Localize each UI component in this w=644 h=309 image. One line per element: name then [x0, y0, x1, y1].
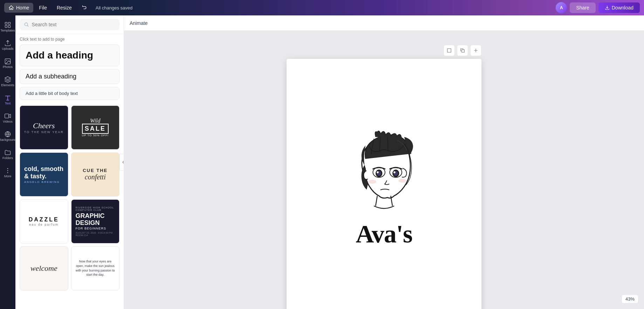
- undo-button[interactable]: [77, 3, 91, 13]
- sidebar-item-text[interactable]: Text: [1, 91, 15, 108]
- template-eyes[interactable]: Now that your eyes are open, make the su…: [71, 246, 120, 290]
- sidebar-label-photos: Photos: [3, 66, 13, 69]
- sidebar-item-elements[interactable]: Elements: [1, 73, 15, 90]
- svg-rect-12: [447, 49, 451, 53]
- confetti-subtitle: confetti: [85, 173, 106, 181]
- file-button[interactable]: File: [35, 3, 51, 13]
- template-confetti[interactable]: CUE THE confetti: [71, 152, 120, 197]
- animate-bar: Animate: [124, 15, 644, 31]
- sidebar-item-uploads[interactable]: Uploads: [1, 36, 15, 53]
- folder-icon: [4, 149, 11, 156]
- template-wild-sale[interactable]: Wild SALE UP TO 50% OFF!: [71, 105, 120, 150]
- resize-button[interactable]: Resize: [53, 3, 76, 13]
- sidebar-item-more[interactable]: More: [1, 164, 15, 181]
- cheers-subtitle: TO THE NEW YEAR: [24, 130, 64, 134]
- svg-point-17: [377, 171, 379, 173]
- search-input[interactable]: [32, 22, 115, 27]
- duplicate-button[interactable]: [457, 45, 468, 56]
- sidebar-item-templates[interactable]: Templates: [1, 18, 15, 35]
- elements-icon: [4, 76, 11, 83]
- graphic-topline: RIVERSIDE HIGH SCHOOL COMPUTER CLUB: [76, 206, 115, 211]
- icon-sidebar: Templates Uploads Photos Elements Text V…: [0, 15, 15, 309]
- svg-point-5: [6, 60, 7, 61]
- frame-button[interactable]: [444, 45, 455, 56]
- dazzle-title: DAZZLE: [29, 217, 59, 223]
- zoom-badge: 43%: [622, 295, 638, 303]
- svg-point-21: [393, 171, 396, 173]
- svg-rect-3: [8, 25, 11, 27]
- copy-icon: [460, 48, 465, 53]
- cold-subtitle: ANGELO BREWING: [24, 180, 60, 184]
- sidebar-label-background: Background: [0, 138, 16, 142]
- panel-toggle-button[interactable]: [119, 154, 124, 171]
- cold-title: cold, smooth & tasty.: [24, 165, 64, 180]
- svg-rect-13: [462, 50, 465, 53]
- share-label: Share: [576, 5, 589, 11]
- topnav-left: Home File Resize All changes saved: [4, 3, 554, 13]
- sidebar-label-videos: Videos: [3, 120, 12, 123]
- search-box: [15, 15, 124, 34]
- canvas-title[interactable]: Ava's: [356, 220, 412, 249]
- sidebar-label-more: More: [4, 175, 12, 178]
- home-button[interactable]: Home: [4, 3, 33, 13]
- canvas-image-area: [301, 129, 467, 213]
- canvas-area[interactable]: Animate: [124, 15, 644, 309]
- graphic-subtitle: FOR BEGINNERS: [76, 227, 107, 230]
- sidebar-label-text: Text: [5, 102, 11, 105]
- sidebar-item-folders[interactable]: Folders: [1, 146, 15, 163]
- wild-title: Wild: [90, 118, 100, 124]
- share-button[interactable]: Share: [570, 2, 595, 13]
- text-icon: [4, 94, 11, 101]
- svg-point-8: [7, 168, 8, 169]
- sidebar-label-folders: Folders: [2, 157, 13, 160]
- svg-rect-1: [8, 22, 11, 24]
- add-body-button[interactable]: Add a little bit of body text: [20, 87, 119, 100]
- animate-label: Animate: [130, 20, 148, 26]
- add-page-icon-button[interactable]: [470, 45, 481, 56]
- avatar-button[interactable]: A: [556, 2, 567, 13]
- wild-subtitle: UP TO 50% OFF!: [82, 134, 109, 137]
- welcome-title: welcome: [30, 264, 57, 273]
- more-icon: [4, 167, 11, 174]
- svg-rect-0: [5, 22, 7, 24]
- add-subheading-button[interactable]: Add a subheading: [20, 69, 119, 84]
- svg-point-22: [368, 179, 376, 184]
- download-icon: [605, 5, 610, 10]
- svg-rect-6: [5, 114, 9, 118]
- canvas-wrapper: Ava's + Add a new page: [287, 45, 481, 309]
- download-button[interactable]: Download: [598, 2, 640, 13]
- template-cold-smooth[interactable]: cold, smooth & tasty. ANGELO BREWING: [20, 152, 68, 197]
- sidebar-item-videos[interactable]: Videos: [1, 109, 15, 126]
- avatar-initials: A: [560, 5, 563, 10]
- confetti-title: CUE THE: [83, 168, 108, 173]
- topnav-right: A Share Download: [556, 2, 640, 13]
- dazzle-subtitle: eau de parfum: [29, 223, 59, 226]
- search-input-wrap[interactable]: [20, 19, 119, 30]
- add-heading-button[interactable]: Add a heading: [20, 44, 119, 66]
- template-dazzle[interactable]: DAZZLE eau de parfum: [20, 199, 68, 243]
- photo-icon: [4, 58, 11, 65]
- sidebar-item-photos[interactable]: Photos: [1, 55, 15, 71]
- main-area: Templates Uploads Photos Elements Text V…: [0, 15, 644, 309]
- grid-icon: [4, 21, 11, 28]
- graphic-title: GRAPHICDESIGN: [76, 213, 105, 227]
- template-welcome[interactable]: welcome: [20, 246, 68, 290]
- topnav: Home File Resize All changes saved A Sha…: [0, 0, 644, 15]
- frame-icon: [447, 48, 452, 53]
- eyes-text: Now that your eyes are open, make the su…: [75, 259, 116, 277]
- home-label: Home: [16, 5, 29, 11]
- home-icon: [8, 5, 14, 11]
- svg-rect-2: [5, 25, 7, 27]
- svg-point-23: [398, 179, 406, 183]
- resize-label: Resize: [57, 5, 72, 11]
- svg-point-9: [7, 170, 8, 171]
- anime-face-image: [345, 129, 423, 213]
- template-cheers[interactable]: Cheers TO THE NEW YEAR: [20, 105, 68, 150]
- template-graphic-design[interactable]: RIVERSIDE HIGH SCHOOL COMPUTER CLUB GRAP…: [71, 199, 120, 243]
- canvas-page[interactable]: Ava's: [287, 59, 481, 309]
- file-label: File: [39, 5, 47, 11]
- text-templates-grid: Cheers TO THE NEW YEAR Wild SALE UP TO 5…: [15, 101, 124, 295]
- sidebar-item-background[interactable]: Background: [1, 128, 15, 144]
- background-icon: [4, 131, 11, 138]
- plus-icon: [473, 48, 478, 53]
